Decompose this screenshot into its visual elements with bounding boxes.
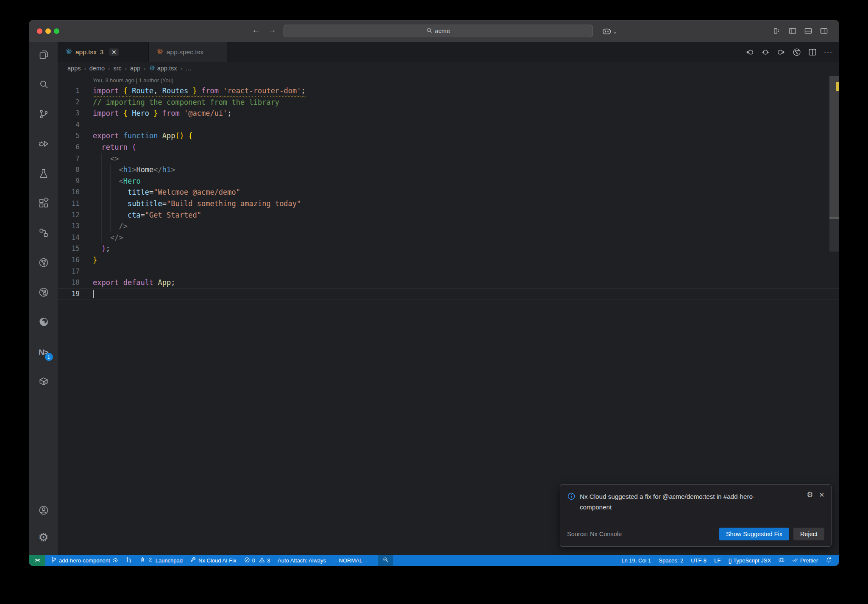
bell-dot-icon [826,557,832,564]
status-copilot-status[interactable] [776,555,787,566]
activity-item-run-debug[interactable] [38,139,49,150]
code-line-5[interactable]: 5 export function App() { [58,130,839,142]
tab-app.tsx[interactable]: app.tsx 3 ✕ [58,42,149,62]
notification-close-icon[interactable]: ✕ [819,491,824,499]
navigate-forward-button[interactable]: → [268,25,276,35]
run-target-icon[interactable] [792,48,801,57]
zoom-button[interactable] [54,28,59,34]
activity-item-explorer[interactable] [38,50,49,61]
activity-item-settings[interactable]: ⚙ [38,532,49,543]
code-line-16[interactable]: 16 } [58,254,839,266]
status-nx-cloud-ai-fix[interactable]: Nx Cloud AI Fix [187,555,239,566]
notification-toast: Nx Cloud suggested a fix for @acme/demo:… [560,484,832,547]
code-line-13[interactable]: 13 /> [58,221,839,232]
nx-run-icon [38,257,49,270]
code-line-4[interactable]: 4 [58,119,839,131]
show-suggested-fix-button[interactable]: Show Suggested Fix [719,528,789,540]
more-actions-icon[interactable]: ··· [823,48,833,57]
navigate-back-button[interactable]: ← [252,25,260,35]
code-line-19[interactable]: 19 [58,288,839,300]
line-number: 2 [58,97,80,108]
scrollbar-thumb[interactable] [829,76,839,218]
gear-icon: ⚙ [38,531,48,544]
breadcrumb-item[interactable]: src [113,65,121,72]
titlebar: ← → acme [29,20,839,42]
line-number: 8 [58,164,80,176]
command-center-search[interactable]: acme [284,25,593,37]
code-line-9[interactable]: 9 <Hero [58,176,839,187]
vscode-window: ← → acme N>1⚙ app.tsx 3 ✕ app.spec.tsx [29,20,839,566]
error-icon [244,557,250,564]
status-problems[interactable]: 03 [241,555,273,566]
split-editor-icon[interactable] [808,48,817,57]
tab-app.spec.tsx[interactable]: app.spec.tsx [149,42,227,62]
activity-item-nx-console[interactable]: N>1 [38,347,49,358]
breadcrumb-item[interactable]: demo [89,65,105,72]
status-git-branch[interactable]: add-hero-component [48,555,121,566]
status-encoding[interactable]: UTF-8 [688,555,709,566]
copilot-menu-button[interactable] [602,27,617,37]
toggle-panel-icon[interactable] [804,27,812,35]
close-button[interactable] [37,28,42,34]
code-line-10[interactable]: 10 title="Welcmoe @acme/demo" [58,187,839,198]
breadcrumb-item[interactable]: apps [67,65,81,72]
activity-item-nx-run[interactable] [38,258,49,269]
editor-scrollbar[interactable] [829,75,839,555]
status-eol[interactable]: LF [711,555,723,566]
code-line-14[interactable]: 14 </> [58,232,839,243]
code-line-18[interactable]: 18 export default App; [58,277,839,288]
code-line-3[interactable]: 3 import { Hero } from '@acme/ui'; [58,108,839,119]
run-debug-icon [38,138,49,151]
code-line-12[interactable]: 12 cta="Get Started" [58,210,839,221]
breadcrumb-more[interactable]: … [186,65,192,72]
status-auto-attach[interactable]: Auto Attach: Always [275,555,329,566]
status-git-graph[interactable] [123,555,135,566]
nav-forward-icon[interactable] [776,48,786,57]
status-vim-mode[interactable]: -- NORMAL -- [331,555,370,566]
code-line-7[interactable]: 7 <> [58,153,839,165]
code-line-17[interactable]: 17 [58,266,839,277]
activity-item-project-graph[interactable] [38,228,49,239]
code-editor[interactable]: You, 3 hours ago | 1 author (You) 1 impo… [58,75,839,555]
activity-item-source-control[interactable] [38,109,49,120]
status-bar: >< add-hero-componentLaunchpadNx Cloud A… [29,555,839,566]
activity-item-containers[interactable] [38,377,49,388]
reject-button[interactable]: Reject [793,528,824,540]
toggle-primary-sidebar-icon[interactable] [788,27,797,35]
search-icon [38,79,49,92]
status-language-mode[interactable]: {} TypeScript JSX [725,555,774,566]
activity-item-nx-inspect[interactable] [38,288,49,299]
notification-settings-gear-icon[interactable]: ⚙ [807,491,813,498]
minimize-button[interactable] [45,28,51,34]
activity-item-extensions[interactable] [38,199,49,210]
status-indentation[interactable]: Spaces: 2 [656,555,686,566]
breadcrumb-file[interactable]: app.tsx [149,65,177,72]
search-value: acme [435,28,450,34]
toggle-secondary-sidebar-icon[interactable] [820,27,828,35]
code-line-8[interactable]: 8 <h1>Home</h1> [58,164,839,176]
code-line-11[interactable]: 11 subtitle="Build something amazing tod… [58,198,839,210]
code-line-15[interactable]: 15 ); [58,243,839,254]
git-blame-codelens[interactable]: You, 3 hours ago | 1 author (You) [93,77,839,84]
activity-item-accounts[interactable] [38,506,49,517]
nav-position-icon[interactable] [761,48,770,57]
code-line-6[interactable]: 6 return ( [58,142,839,153]
line-number: 3 [58,108,80,119]
close-tab-icon[interactable]: ✕ [109,48,119,56]
status-launchpad[interactable]: Launchpad [136,555,186,566]
breadcrumb-item[interactable]: app [130,65,140,72]
link-icon [147,557,153,564]
breadcrumb-separator: › [108,65,110,72]
status-cursor-position[interactable]: Ln 19, Col 1 [618,555,654,566]
remote-indicator[interactable]: >< [29,555,45,566]
customize-layout-icon[interactable] [773,27,781,35]
code-line-1[interactable]: 1 import { Route, Routes } from 'react-r… [58,85,839,97]
status-notifications[interactable] [823,555,835,566]
code-line-2[interactable]: 2 // importing the component from the li… [58,97,839,108]
activity-item-edge-tools[interactable] [38,317,49,328]
status-formatter[interactable]: Prettier [789,555,821,566]
nav-back-icon[interactable] [745,48,754,57]
activity-item-testing[interactable] [38,169,49,180]
status-zoom-indicator[interactable] [378,555,393,566]
activity-item-search[interactable] [38,80,49,91]
